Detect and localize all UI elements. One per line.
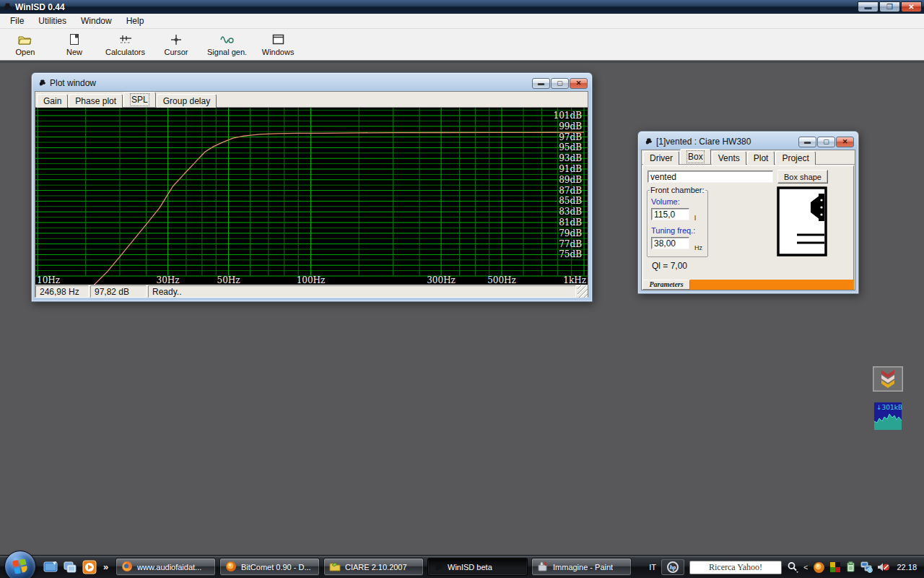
traffic-gadget-label: ↓301kB bbox=[876, 404, 902, 411]
vented-tab-vents[interactable]: Vents bbox=[712, 151, 746, 165]
usb-device-icon[interactable] bbox=[845, 561, 856, 573]
volume-field[interactable] bbox=[651, 208, 689, 220]
main-window-title: WinISD 0.44 bbox=[15, 2, 858, 12]
vented-maximize-button[interactable]: ▢ bbox=[817, 137, 835, 147]
svg-text:10Hz: 10Hz bbox=[37, 275, 60, 285]
tray-collapse-chevron[interactable]: < bbox=[803, 563, 808, 571]
vented-bottom-bar: Parameters bbox=[642, 280, 854, 290]
status-message: Ready.. bbox=[148, 285, 576, 298]
tuning-freq-field[interactable] bbox=[651, 237, 689, 249]
vented-tab-plot[interactable]: Plot bbox=[747, 151, 775, 165]
toolbar-button-label: Open bbox=[16, 48, 35, 56]
plot-close-button[interactable]: ✕ bbox=[570, 78, 588, 89]
vented-tab-box[interactable]: Box bbox=[680, 149, 711, 164]
windows-icon bbox=[272, 33, 284, 46]
tab-label: SPL bbox=[131, 95, 148, 105]
bitcomet-icon bbox=[225, 561, 237, 574]
bitcomet-tray-icon[interactable] bbox=[813, 561, 825, 574]
toolbar-button-cursor[interactable]: Cursor bbox=[158, 30, 194, 59]
language-indicator[interactable]: IT bbox=[649, 563, 656, 571]
svg-text:30Hz: 30Hz bbox=[157, 275, 180, 285]
taskbar-button-winisd[interactable]: WinISD beta bbox=[427, 558, 528, 576]
svg-text:99dB: 99dB bbox=[559, 121, 582, 131]
toolbar-button-calculators[interactable]: Calculators bbox=[105, 30, 145, 59]
plot-window: Plot window ▬ ▢ ✕ GainPhase plotSPLGroup… bbox=[31, 72, 593, 302]
calculators-icon bbox=[118, 33, 133, 46]
vented-minimize-button[interactable]: ▬ bbox=[798, 137, 816, 147]
quick-launch-overflow-chevron[interactable]: » bbox=[103, 561, 108, 572]
plot-statusbar: 246,98 Hz 97,82 dB Ready.. bbox=[35, 285, 588, 298]
svg-text:300Hz: 300Hz bbox=[427, 275, 456, 285]
vented-tab-driver[interactable]: Driver bbox=[643, 151, 679, 165]
color-grid-icon[interactable] bbox=[829, 561, 841, 573]
taskbar-button-paint[interactable]: Immagine - Paint bbox=[531, 558, 632, 576]
progress-bar bbox=[690, 280, 854, 290]
plot-minimize-button[interactable]: ▬ bbox=[532, 78, 550, 89]
svg-text:91dB: 91dB bbox=[559, 164, 582, 174]
svg-text:500Hz: 500Hz bbox=[487, 275, 516, 285]
taskbar-button-label: WinISD beta bbox=[448, 563, 492, 571]
folder-icon bbox=[329, 561, 341, 573]
toolbar-button-signal-gen-[interactable]: Signal gen. bbox=[207, 30, 247, 59]
plot-maximize-button[interactable]: ▢ bbox=[551, 78, 569, 89]
traffic-graph-gadget[interactable]: ↓301kB bbox=[874, 402, 902, 430]
open-folder-icon bbox=[18, 33, 32, 46]
toolbar-button-label: Calculators bbox=[105, 48, 145, 56]
winisd-main-window: WinISD 0.44 ▬ ❐ ✕ FileUtilitiesWindowHel… bbox=[0, 0, 924, 63]
resize-grip[interactable] bbox=[578, 285, 588, 298]
box-tab-panel: Box shape Front chamber: Volume: l Tunin… bbox=[642, 165, 854, 281]
signal-generator-icon bbox=[219, 33, 235, 46]
plot-tab-phase-plot[interactable]: Phase plot bbox=[69, 94, 123, 108]
taskbar-button-folder[interactable]: CIARE 2.10.2007 bbox=[323, 558, 424, 576]
box-shape-button[interactable]: Box shape bbox=[777, 170, 828, 184]
firefox-icon bbox=[121, 561, 133, 574]
menu-file[interactable]: File bbox=[3, 14, 31, 28]
plot-tab-group-delay[interactable]: Group delay bbox=[157, 94, 217, 108]
main-minimize-button[interactable]: ▬ bbox=[858, 1, 879, 12]
spl-plot-chart[interactable]: 101dB99dB97dB95dB93dB91dB89dB87dB85dB83d… bbox=[35, 108, 588, 285]
ql-value-text: Ql = 7,00 bbox=[652, 261, 687, 271]
search-magnifier-icon[interactable] bbox=[787, 561, 798, 573]
switch-windows-icon[interactable] bbox=[63, 560, 77, 574]
svg-text:81dB: 81dB bbox=[559, 217, 582, 228]
toolbar-button-label: Signal gen. bbox=[207, 48, 247, 56]
main-restore-button[interactable]: ❐ bbox=[879, 1, 900, 12]
plot-tab-gain[interactable]: Gain bbox=[37, 94, 68, 108]
taskbar-button-label: CIARE 2.10.2007 bbox=[345, 563, 407, 571]
plot-tab-spl[interactable]: SPL bbox=[123, 92, 156, 107]
vented-window-title: [1]vented : Ciare HW380 bbox=[656, 137, 795, 147]
start-button[interactable] bbox=[4, 551, 36, 578]
vented-project-window: [1]vented : Ciare HW380 ▬ ▢ ✕ DriverBoxV… bbox=[637, 131, 859, 294]
menu-help[interactable]: Help bbox=[119, 14, 152, 28]
taskbar-button-label: www.audiofaidat... bbox=[137, 563, 201, 571]
show-desktop-icon[interactable] bbox=[43, 560, 58, 574]
box-type-field[interactable] bbox=[648, 171, 773, 183]
toolbar-button-new[interactable]: New bbox=[56, 30, 92, 59]
status-level-readout: 97,82 dB bbox=[90, 285, 147, 298]
status-frequency-readout: 246,98 Hz bbox=[35, 285, 89, 298]
main-close-button[interactable]: ✕ bbox=[901, 1, 922, 12]
taskbar-button-bitcomet[interactable]: BitComet 0.90 - D... bbox=[219, 558, 320, 576]
toolbar-button-windows[interactable]: Windows bbox=[260, 30, 296, 59]
toolbar-button-open[interactable]: Open bbox=[7, 30, 43, 59]
tuning-freq-unit: Hz bbox=[694, 244, 702, 251]
menu-utilities[interactable]: Utilities bbox=[31, 14, 74, 28]
hp-logo[interactable]: hp bbox=[661, 559, 684, 575]
vented-window-titlebar[interactable]: [1]vented : Ciare HW380 ▬ ▢ ✕ bbox=[641, 134, 855, 150]
menubar: FileUtilitiesWindowHelp bbox=[0, 14, 924, 29]
svg-text:75dB: 75dB bbox=[559, 249, 582, 259]
parameters-tab[interactable]: Parameters bbox=[642, 280, 690, 290]
menu-window[interactable]: Window bbox=[74, 14, 119, 28]
svg-text:50Hz: 50Hz bbox=[217, 275, 240, 285]
plot-window-titlebar[interactable]: Plot window ▬ ▢ ✕ bbox=[35, 75, 589, 91]
taskbar-button-label: BitComet 0.90 - D... bbox=[241, 563, 311, 571]
download-arrows-gadget[interactable] bbox=[873, 366, 903, 394]
vented-tab-project[interactable]: Project bbox=[775, 151, 815, 165]
media-player-icon[interactable] bbox=[82, 560, 97, 574]
vented-close-button[interactable]: ✕ bbox=[836, 137, 854, 147]
taskbar-button-firefox[interactable]: www.audiofaidat... bbox=[116, 558, 216, 576]
network-icon[interactable] bbox=[860, 561, 873, 573]
clock[interactable]: 22.18 bbox=[897, 563, 917, 571]
yahoo-search-input[interactable] bbox=[689, 561, 782, 574]
volume-muted-icon[interactable] bbox=[877, 561, 890, 573]
